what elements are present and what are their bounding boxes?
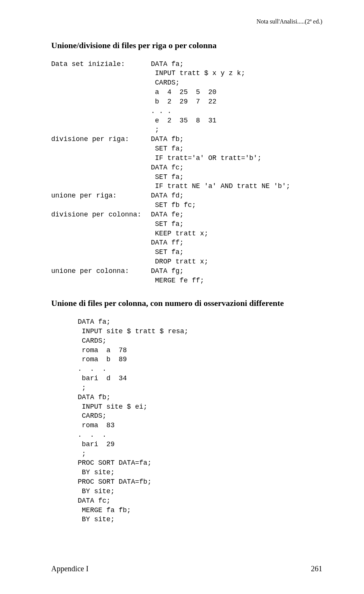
- code-row-label: [51, 219, 148, 229]
- section2-code-block: DATA fa; INPUT site $ tratt $ resa; CARD…: [78, 317, 322, 524]
- code-row-code: ;: [151, 125, 322, 135]
- code-row-label: unione per colonna:: [51, 266, 148, 276]
- code-row-code: b 2 29 7 22: [151, 97, 322, 107]
- code-row-label: [51, 78, 148, 88]
- code-row-label: [51, 172, 148, 182]
- section1-heading: Unione/divisione di files per riga o per…: [51, 40, 322, 51]
- page-footer: Appendice I 261: [51, 564, 322, 573]
- code-row-label: [51, 163, 148, 172]
- running-header: Nota sull'Analisi.....(2ª ed.): [51, 18, 322, 25]
- code-row-code: DATA fb;: [151, 135, 322, 144]
- code-row-code: DATA fg;: [151, 266, 322, 276]
- code-row-code: DATA fe;: [151, 210, 322, 219]
- code-row-code: SET fa;: [151, 219, 322, 229]
- code-row-code: DATA fa;: [151, 60, 322, 69]
- code-row-code: SET fa;: [151, 144, 322, 154]
- code-row-code: . . .: [151, 107, 322, 116]
- code-row-label: [51, 201, 148, 210]
- code-row-label: [51, 88, 148, 97]
- code-row-label: [51, 107, 148, 116]
- code-row-label: [51, 144, 148, 154]
- code-row-label: [51, 229, 148, 238]
- code-row-label: [51, 248, 148, 257]
- code-row-label: divisione per colonna:: [51, 210, 148, 219]
- code-row-code: MERGE fe ff;: [151, 276, 322, 285]
- code-row-label: [51, 125, 148, 135]
- code-row-label: [51, 97, 148, 107]
- code-row-code: DATA ff;: [151, 238, 322, 248]
- code-row-code: DROP tratt x;: [151, 257, 322, 266]
- footer-left: Appendice I: [51, 564, 88, 573]
- code-row-code: INPUT tratt $ x y z k;: [151, 69, 322, 78]
- code-row-label: divisione per riga:: [51, 135, 148, 144]
- footer-page-number: 261: [311, 564, 322, 573]
- code-row-label: [51, 116, 148, 125]
- code-row-label: [51, 154, 148, 163]
- code-row-code: e 2 35 8 31: [151, 116, 322, 125]
- section2-heading: Unione di files per colonna, con numero …: [51, 298, 322, 309]
- code-row-code: SET fb fc;: [151, 201, 322, 210]
- code-row-label: [51, 238, 148, 248]
- code-row-label: [51, 69, 148, 78]
- code-row-label: Data set iniziale:: [51, 60, 148, 69]
- code-row-code: KEEP tratt x;: [151, 229, 322, 238]
- code-row-code: a 4 25 5 20: [151, 88, 322, 97]
- code-row-label: [51, 276, 148, 285]
- code-row-code: DATA fd;: [151, 191, 322, 201]
- code-row-code: IF tratt='a' OR tratt='b';: [151, 154, 322, 163]
- section1-code-block: Data set iniziale:DATA fa; INPUT tratt $…: [51, 60, 322, 285]
- code-row-code: SET fa;: [151, 172, 322, 182]
- code-row-label: [51, 182, 148, 191]
- code-row-code: SET fa;: [151, 248, 322, 257]
- code-row-code: CARDS;: [151, 78, 322, 88]
- code-row-code: IF tratt NE 'a' AND tratt NE 'b';: [151, 182, 322, 191]
- code-row-label: unione per riga:: [51, 191, 148, 201]
- code-row-code: DATA fc;: [151, 163, 322, 172]
- code-row-label: [51, 257, 148, 266]
